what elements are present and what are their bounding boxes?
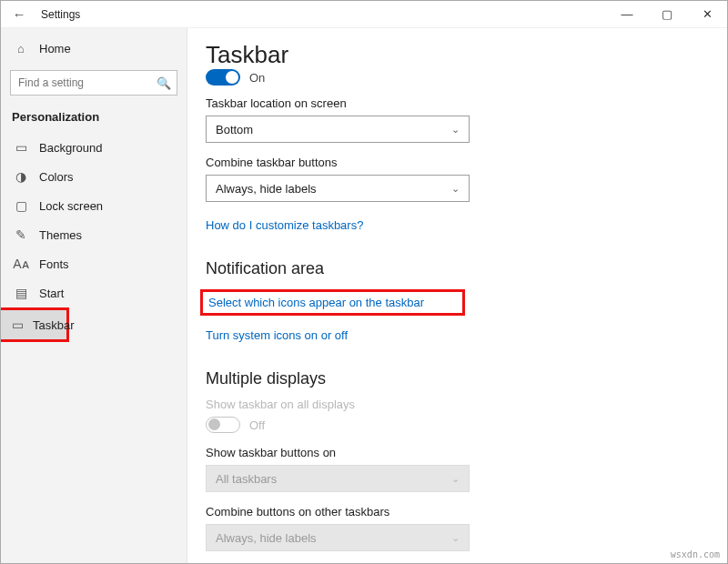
show-buttons-on-label: Show taskbar buttons on (206, 446, 663, 459)
search-input[interactable] (16, 76, 157, 90)
sidebar-item-lock-screen[interactable]: ▢ Lock screen (1, 191, 187, 220)
home-icon: ⌂ (12, 42, 30, 55)
sidebar-item-label: Taskbar (33, 318, 75, 332)
customize-link[interactable]: How do I customize taskbars? (206, 218, 363, 232)
sidebar-item-taskbar[interactable]: ▭ Taskbar (1, 310, 66, 339)
chevron-down-icon: ⌄ (451, 532, 460, 544)
close-button[interactable]: ✕ (687, 1, 727, 28)
page-title: Taskbar (206, 41, 663, 69)
titlebar: ← Settings — ▢ ✕ (1, 1, 727, 28)
select-icons-link[interactable]: Select which icons appear on the taskbar (200, 289, 465, 316)
colors-icon: ◑ (12, 169, 30, 184)
combine-other-dropdown: Always, hide labels ⌄ (206, 524, 470, 551)
show-all-label: Show taskbar on all displays (206, 398, 663, 411)
show-buttons-on-value: All taskbars (216, 472, 277, 486)
caption-buttons: — ▢ ✕ (607, 1, 727, 28)
sidebar-item-label: Lock screen (39, 199, 103, 213)
sidebar-item-themes[interactable]: ✎ Themes (1, 220, 187, 249)
show-all-toggle (206, 417, 240, 433)
sidebar-item-label: Themes (39, 228, 82, 242)
fonts-icon: Aᴀ (12, 257, 30, 271)
location-dropdown[interactable]: Bottom ⌄ (206, 116, 470, 143)
chevron-down-icon: ⌄ (451, 183, 460, 195)
system-icons-link[interactable]: Turn system icons on or off (206, 328, 348, 342)
prev-toggle-label: On (249, 71, 265, 85)
settings-window: ← Settings — ▢ ✕ ⌂ Home 🔍 Personalizatio… (0, 0, 728, 564)
combine-label: Combine taskbar buttons (206, 156, 663, 169)
sidebar-item-label: Background (39, 141, 102, 155)
sidebar-item-label: Colors (39, 170, 74, 184)
category-heading: Personalization (1, 106, 187, 133)
chevron-down-icon: ⌄ (451, 473, 460, 485)
start-icon: ▤ (12, 286, 30, 300)
location-label: Taskbar location on screen (206, 96, 663, 110)
location-value: Bottom (216, 123, 253, 136)
body: ⌂ Home 🔍 Personalization ▭ Background ◑ … (1, 28, 727, 563)
prev-toggle[interactable] (206, 69, 240, 86)
combine-other-value: Always, hide labels (216, 531, 317, 545)
cutoff-toggle-row: On (206, 69, 663, 86)
search-icon: 🔍 (157, 76, 171, 90)
sidebar-item-colors[interactable]: ◑ Colors (1, 162, 187, 191)
maximize-button[interactable]: ▢ (647, 1, 687, 28)
show-buttons-on-dropdown: All taskbars ⌄ (206, 465, 470, 492)
sidebar-home[interactable]: ⌂ Home (1, 34, 187, 63)
sidebar-item-fonts[interactable]: Aᴀ Fonts (1, 249, 187, 278)
sidebar: ⌂ Home 🔍 Personalization ▭ Background ◑ … (1, 28, 187, 563)
multiple-displays-heading: Multiple displays (206, 369, 663, 388)
background-icon: ▭ (12, 140, 30, 155)
home-label: Home (39, 42, 71, 55)
window-title: Settings (41, 8, 80, 21)
sidebar-item-label: Fonts (39, 257, 69, 271)
lock-screen-icon: ▢ (12, 198, 30, 213)
minimize-button[interactable]: — (607, 1, 647, 28)
sidebar-item-label: Start (39, 287, 64, 300)
taskbar-icon: ▭ (12, 317, 24, 332)
themes-icon: ✎ (12, 227, 30, 242)
sidebar-item-background[interactable]: ▭ Background (1, 133, 187, 162)
combine-dropdown[interactable]: Always, hide labels ⌄ (206, 175, 470, 202)
combine-value: Always, hide labels (216, 182, 317, 196)
search-box[interactable]: 🔍 (10, 70, 177, 96)
sidebar-item-start[interactable]: ▤ Start (1, 278, 187, 307)
minimize-icon: — (622, 7, 633, 21)
combine-other-label: Combine buttons on other taskbars (206, 505, 663, 519)
content-pane[interactable]: Taskbar On Taskbar location on screen Bo… (187, 28, 727, 563)
notification-heading: Notification area (206, 259, 663, 278)
chevron-down-icon: ⌄ (451, 124, 460, 136)
watermark: wsxdn.com (671, 549, 720, 559)
back-button[interactable]: ← (10, 5, 28, 24)
show-all-state: Off (249, 418, 265, 432)
highlight-taskbar-nav: ▭ Taskbar (1, 307, 69, 342)
back-arrow-icon: ← (13, 6, 26, 22)
maximize-icon: ▢ (662, 7, 672, 21)
close-icon: ✕ (703, 7, 713, 21)
